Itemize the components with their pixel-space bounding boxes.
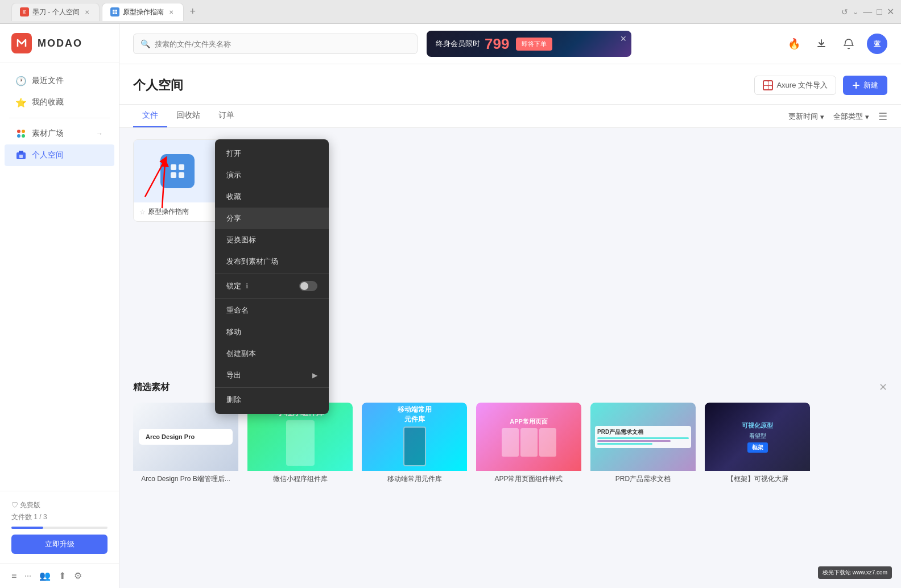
- axure-dot-1: [764, 81, 768, 85]
- material-card-visual[interactable]: 可视化原型 看望型 框架 【框架】可视化大屏: [705, 403, 810, 487]
- promo-banner[interactable]: 终身会员限时 799 即将下单 ✕: [427, 31, 631, 57]
- menu-duplicate-label: 创建副本: [226, 349, 256, 359]
- material-thumb-mobile: 移动端常用 元件库: [362, 403, 467, 471]
- submenu-arrow-icon: ▶: [312, 371, 317, 379]
- axure-import-label: Axure 文件导入: [776, 80, 828, 90]
- material-name-visual: 【框架】可视化大屏: [705, 471, 810, 487]
- search-input[interactable]: [155, 40, 410, 48]
- menu-item-publish[interactable]: 发布到素材广场: [215, 251, 329, 272]
- material-card-arco[interactable]: Arco Design Pro Arco Design Pro B端管理后...: [133, 403, 238, 487]
- browser-minimize[interactable]: —: [863, 7, 872, 17]
- file-star-icon[interactable]: ☆: [139, 208, 146, 216]
- browser-tab-1[interactable]: 墨刀 - 个人空间 ✕: [11, 3, 100, 21]
- new-file-button[interactable]: 新建: [843, 76, 887, 95]
- file-thumbnail: [134, 140, 221, 202]
- tab2-close[interactable]: ✕: [167, 8, 175, 16]
- sidebar-item-recent[interactable]: 🕐 最近文件: [5, 70, 114, 92]
- svg-point-10: [22, 134, 25, 138]
- sidebar-item-favorites-label: 我的收藏: [32, 97, 64, 107]
- file-count: 文件数 1 / 3: [11, 512, 108, 522]
- tab-nav-recycle[interactable]: 回收站: [167, 105, 209, 127]
- upgrade-button[interactable]: 立即升级: [11, 535, 108, 554]
- tab-nav-files[interactable]: 文件: [133, 105, 167, 127]
- axure-dot-2: [768, 81, 772, 85]
- dots-icon[interactable]: ⋯: [24, 572, 31, 580]
- svg-rect-15: [167, 161, 188, 181]
- user-avatar[interactable]: 蓝: [867, 34, 887, 54]
- menu-item-open[interactable]: 打开: [215, 143, 329, 164]
- svg-point-9: [17, 134, 20, 138]
- menu-item-export[interactable]: 导出 ▶: [215, 365, 329, 386]
- banner-close-icon[interactable]: ✕: [620, 34, 627, 43]
- tab1-close[interactable]: ✕: [83, 8, 91, 16]
- fire-icon-btn[interactable]: 🔥: [785, 35, 803, 53]
- file-card-info: ☆ 原型操作指南: [134, 202, 221, 221]
- menu-item-demo[interactable]: 演示: [215, 164, 329, 186]
- list-view-button[interactable]: ☰: [878, 110, 887, 123]
- menu-item-change-icon[interactable]: 更换图标: [215, 229, 329, 251]
- axure-icon: [763, 80, 773, 90]
- menu-share-label: 分享: [226, 213, 241, 223]
- browser-close[interactable]: ✕: [887, 6, 894, 17]
- menu-demo-label: 演示: [226, 170, 241, 180]
- browser-window-controls: ↺ ⌄ — □ ✕: [841, 6, 894, 17]
- filter-button[interactable]: 全部类型 ▾: [833, 111, 869, 122]
- browser-maximize[interactable]: □: [877, 7, 882, 17]
- lock-toggle-switch[interactable]: [299, 281, 317, 291]
- browser-tab-2[interactable]: 原型操作指南 ✕: [102, 3, 184, 21]
- top-bar-right: 🔥 蓝: [785, 34, 887, 54]
- sidebar-item-favorites[interactable]: ⭐ 我的收藏: [5, 92, 114, 113]
- section-close-icon[interactable]: ✕: [879, 381, 887, 394]
- menu-item-move[interactable]: 移动: [215, 321, 329, 343]
- sort-button[interactable]: 更新时间 ▾: [788, 111, 824, 122]
- heart-icon: ♡: [11, 501, 18, 509]
- watermark-text: 极光下载站 www.xz7.com: [823, 569, 887, 575]
- file-progress-bar: [11, 527, 108, 529]
- sidebar-item-personal-label: 个人空间: [32, 150, 64, 160]
- material-name-mobile: 移动端常用元件库: [362, 471, 467, 487]
- axure-dot-4: [768, 86, 772, 90]
- settings-icon[interactable]: ⚙: [74, 570, 82, 581]
- svg-point-7: [17, 130, 20, 133]
- file-card[interactable]: ··· ☆ 原型操作指南: [133, 139, 221, 222]
- upload-icon[interactable]: ⬆: [59, 570, 66, 581]
- axure-import-button[interactable]: Axure 文件导入: [754, 76, 836, 95]
- browser-chevron[interactable]: ⌄: [853, 8, 858, 16]
- tab-nav-right: 更新时间 ▾ 全部类型 ▾ ☰: [788, 110, 887, 127]
- banner-cta-btn[interactable]: 即将下单: [516, 38, 552, 51]
- logo-icon: [11, 33, 32, 53]
- menu-item-collect[interactable]: 收藏: [215, 186, 329, 208]
- svg-rect-19: [179, 172, 184, 178]
- logo-text: MODAO: [38, 38, 82, 49]
- filter-label: 全部类型: [833, 111, 863, 122]
- material-card-app[interactable]: APP常用页面 APP常用页面组件样式: [476, 403, 581, 487]
- lock-info-icon: ℹ: [246, 282, 249, 290]
- browser-refresh[interactable]: ↺: [841, 7, 848, 16]
- sort-label: 更新时间: [788, 111, 818, 122]
- sidebar-item-materials[interactable]: 素材广场 →: [5, 123, 114, 144]
- axure-dot-3: [764, 86, 768, 90]
- menu-item-rename[interactable]: 重命名: [215, 300, 329, 321]
- menu-item-delete[interactable]: 删除: [215, 389, 329, 411]
- download-icon-btn[interactable]: [812, 35, 830, 53]
- content-area: ··· ☆ 原型操作指南: [119, 128, 901, 588]
- menu-item-share[interactable]: 分享: [215, 208, 329, 229]
- tab1-icon: [20, 7, 29, 16]
- material-card-prd[interactable]: PRD产品需求文档 PRD产品需求文档: [590, 403, 696, 487]
- menu-item-lock[interactable]: 锁定 ℹ: [215, 275, 329, 297]
- menu-item-duplicate[interactable]: 创建副本: [215, 343, 329, 365]
- svg-rect-17: [179, 164, 184, 170]
- menu-divider-1: [215, 274, 329, 274]
- bell-icon-btn[interactable]: [840, 35, 858, 53]
- search-box[interactable]: 🔍: [133, 34, 418, 54]
- team-icon[interactable]: 👥: [39, 570, 51, 581]
- new-tab-button[interactable]: +: [186, 5, 200, 19]
- list-view-icon[interactable]: ≡: [11, 571, 16, 581]
- svg-rect-1: [111, 9, 118, 15]
- material-card-wechat[interactable]: 小程序组件库 微信小程序组件库: [247, 403, 353, 487]
- materials-grid: Arco Design Pro Arco Design Pro B端管理后...…: [133, 403, 887, 487]
- tab-nav-orders[interactable]: 订单: [209, 105, 243, 127]
- app-container: MODAO 🕐 最近文件 ⭐ 我的收藏 素材广场 →: [0, 24, 901, 588]
- material-card-mobile[interactable]: 移动端常用 元件库 移动端常用元件库: [362, 403, 467, 487]
- sidebar-item-personal[interactable]: 个人空间: [5, 144, 114, 166]
